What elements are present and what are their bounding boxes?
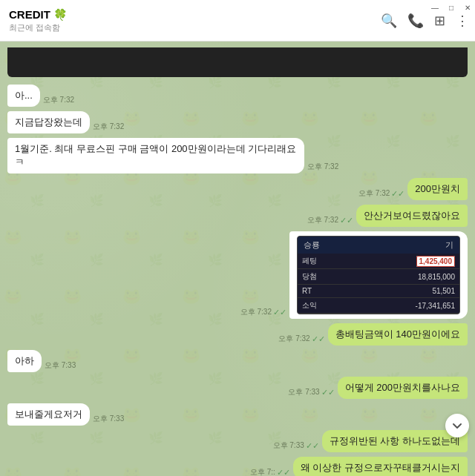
- screenshot-image: 승룡 기 페팅 1,425,400 당첨 18,815,000: [297, 236, 460, 314]
- ss-header-right: 기: [445, 239, 453, 251]
- table-row: 페팅 1,425,400: [298, 254, 459, 269]
- bubble-right: 200만원치: [407, 178, 468, 200]
- message-1: 아... 오후 7:32: [7, 85, 353, 107]
- contact-name: CREDIT 🍀: [9, 8, 68, 22]
- ss-label: 당첨: [298, 269, 351, 285]
- read-check: ✓✓: [321, 388, 335, 397]
- msg-time: 오후 7:32: [43, 95, 74, 105]
- message-4: 200만원치 오후 7:32 ✓✓: [358, 178, 468, 200]
- msg-time: 오후 7:32: [93, 122, 124, 132]
- contact-title: CREDIT: [9, 8, 50, 21]
- message-8: 아하 오후 7:33: [7, 350, 353, 372]
- chat-messages: 아... 오후 7:32 지금답장왔는데 오후 7:32 1월기준. 최대 무료…: [0, 42, 475, 476]
- msg-time: 오후 7:32 ✓✓: [240, 307, 286, 317]
- read-check: ✓✓: [340, 216, 353, 225]
- table-row: 소익 -17,341,651: [298, 298, 459, 314]
- phone-icon[interactable]: 📞: [407, 13, 424, 29]
- msg-time: 오후 7:33: [45, 360, 76, 371]
- message-5: 안산거보여드렸잖아요 오후 7:32 ✓✓: [307, 205, 468, 227]
- msg-time: 오후 7:32: [307, 162, 338, 172]
- msg-time: 오후 7:32 ✓✓: [278, 334, 324, 344]
- msg-time: 오후 7:32 ✓✓: [307, 215, 353, 225]
- read-check: ✓✓: [277, 468, 290, 476]
- table-row: 당첨 18,815,000: [298, 269, 459, 285]
- screenshot-bubble: 승룡 기 페팅 1,425,400 당첨 18,815,000: [289, 231, 468, 319]
- message-2: 지금답장왔는데 오후 7:32: [7, 111, 353, 133]
- bubble-left: 보내줄게요저거: [7, 403, 90, 426]
- ss-header: 승룡 기: [298, 237, 459, 254]
- contact-status: 최근에 접속함: [9, 22, 68, 33]
- message-3: 1월기준. 최대 무료스핀 구매 금액이 200만원이라는데 기다리래요ㅋ 오후…: [7, 138, 353, 173]
- bubble-right: 어떻게 200만원치를사나요: [338, 377, 468, 399]
- read-check: ✓✓: [273, 308, 286, 317]
- ss-label: 소익: [298, 298, 351, 314]
- bubble-left: 1월기준. 최대 무료스핀 구매 금액이 200만원이라는데 기다리래요ㅋ: [7, 138, 304, 173]
- header-actions: 🔍 📞 ⊞ ⋮: [381, 13, 469, 29]
- msg-time: 오후 7:32 ✓✓: [358, 188, 404, 199]
- ss-value: 1,425,400: [351, 254, 459, 269]
- ss-value: 51,501: [351, 285, 459, 298]
- title-bar-info: CREDIT 🍀 최근에 접속함: [9, 8, 68, 33]
- contact-emoji: 🍀: [53, 8, 68, 22]
- msg-time: 오후 7:33 ✓✓: [273, 440, 319, 451]
- message-12: 왜 이상한 규정으로자꾸태클거시는지 오후 7:: ✓✓: [250, 457, 468, 476]
- read-check: ✓✓: [391, 189, 404, 199]
- message-6-screenshot: 승룡 기 페팅 1,425,400 당첨 18,815,000: [240, 231, 468, 319]
- read-check: ✓✓: [306, 441, 319, 451]
- bubble-left: 아...: [7, 85, 40, 107]
- msg-time: 오후 7:: ✓✓: [250, 467, 290, 476]
- ss-value: -17,341,651: [351, 298, 459, 314]
- bubble-left: 지금답장왔는데: [7, 111, 90, 133]
- more-icon[interactable]: ⋮: [456, 13, 469, 29]
- message-11: 규정위반된 사항 하나도없는데 오후 7:33 ✓✓: [273, 430, 468, 452]
- read-check: ✓✓: [312, 334, 325, 344]
- message-7: 총배팅금액이 140만원이에요 오후 7:32 ✓✓: [278, 323, 468, 346]
- bubble-right: 총배팅금액이 140만원이에요: [328, 323, 468, 346]
- table-row: RT 51,501: [298, 285, 459, 298]
- notification-bar: [7, 47, 468, 77]
- ss-table: 페팅 1,425,400 당첨 18,815,000 RT 51,501: [298, 254, 459, 314]
- layout-icon[interactable]: ⊞: [434, 13, 445, 29]
- scroll-down-button[interactable]: [445, 414, 469, 437]
- bubble-right: 안산거보여드렸잖아요: [356, 205, 468, 227]
- bubble-right: 규정위반된 사항 하나도없는데: [322, 430, 468, 452]
- msg-time: 오후 7:33 ✓✓: [288, 387, 334, 397]
- ss-header-left: 승룡: [304, 239, 320, 251]
- search-icon[interactable]: 🔍: [381, 13, 397, 29]
- chat-background: 아... 오후 7:32 지금답장왔는데 오후 7:32 1월기준. 최대 무료…: [0, 42, 475, 476]
- ss-value: 18,815,000: [351, 269, 459, 285]
- msg-time: 오후 7:33: [93, 414, 124, 424]
- ss-label: RT: [298, 285, 351, 298]
- title-bar: CREDIT 🍀 최근에 접속함 — □ ✕ 🔍 📞 ⊞ ⋮: [0, 0, 475, 42]
- message-9: 어떻게 200만원치를사나요 오후 7:33 ✓✓: [288, 377, 468, 399]
- bubble-left: 아하: [7, 350, 42, 372]
- ss-label: 페팅: [298, 254, 351, 269]
- bubble-right: 왜 이상한 규정으로자꾸태클거시는지: [293, 457, 468, 476]
- message-10: 보내줄게요저거 오후 7:33: [7, 403, 353, 426]
- highlighted-value: 1,425,400: [416, 256, 456, 267]
